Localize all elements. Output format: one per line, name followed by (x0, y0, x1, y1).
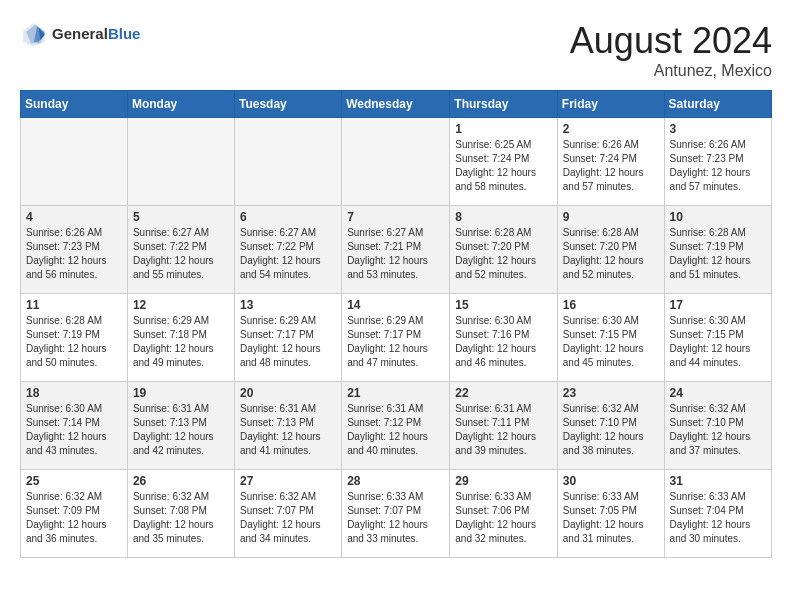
calendar-cell: 16Sunrise: 6:30 AM Sunset: 7:15 PM Dayli… (557, 294, 664, 382)
calendar-cell: 21Sunrise: 6:31 AM Sunset: 7:12 PM Dayli… (342, 382, 450, 470)
day-number: 10 (670, 210, 766, 224)
day-info: Sunrise: 6:33 AM Sunset: 7:05 PM Dayligh… (563, 490, 659, 546)
calendar-cell: 30Sunrise: 6:33 AM Sunset: 7:05 PM Dayli… (557, 470, 664, 558)
calendar-cell: 19Sunrise: 6:31 AM Sunset: 7:13 PM Dayli… (127, 382, 234, 470)
day-info: Sunrise: 6:33 AM Sunset: 7:07 PM Dayligh… (347, 490, 444, 546)
day-number: 23 (563, 386, 659, 400)
day-number: 26 (133, 474, 229, 488)
day-info: Sunrise: 6:31 AM Sunset: 7:13 PM Dayligh… (133, 402, 229, 458)
day-info: Sunrise: 6:27 AM Sunset: 7:21 PM Dayligh… (347, 226, 444, 282)
calendar-cell: 17Sunrise: 6:30 AM Sunset: 7:15 PM Dayli… (664, 294, 771, 382)
day-info: Sunrise: 6:31 AM Sunset: 7:13 PM Dayligh… (240, 402, 336, 458)
calendar-week-5: 25Sunrise: 6:32 AM Sunset: 7:09 PM Dayli… (21, 470, 772, 558)
day-number: 28 (347, 474, 444, 488)
calendar-cell: 22Sunrise: 6:31 AM Sunset: 7:11 PM Dayli… (450, 382, 558, 470)
calendar-cell: 6Sunrise: 6:27 AM Sunset: 7:22 PM Daylig… (234, 206, 341, 294)
day-number: 1 (455, 122, 552, 136)
day-info: Sunrise: 6:33 AM Sunset: 7:06 PM Dayligh… (455, 490, 552, 546)
col-header-sunday: Sunday (21, 91, 128, 118)
calendar-cell: 20Sunrise: 6:31 AM Sunset: 7:13 PM Dayli… (234, 382, 341, 470)
calendar-cell: 13Sunrise: 6:29 AM Sunset: 7:17 PM Dayli… (234, 294, 341, 382)
day-number: 13 (240, 298, 336, 312)
col-header-saturday: Saturday (664, 91, 771, 118)
calendar-cell: 11Sunrise: 6:28 AM Sunset: 7:19 PM Dayli… (21, 294, 128, 382)
day-number: 25 (26, 474, 122, 488)
day-number: 11 (26, 298, 122, 312)
day-number: 22 (455, 386, 552, 400)
day-info: Sunrise: 6:28 AM Sunset: 7:20 PM Dayligh… (455, 226, 552, 282)
logo: General Blue (20, 20, 140, 48)
calendar-week-4: 18Sunrise: 6:30 AM Sunset: 7:14 PM Dayli… (21, 382, 772, 470)
day-info: Sunrise: 6:29 AM Sunset: 7:17 PM Dayligh… (347, 314, 444, 370)
calendar-cell: 25Sunrise: 6:32 AM Sunset: 7:09 PM Dayli… (21, 470, 128, 558)
day-number: 4 (26, 210, 122, 224)
calendar-cell: 31Sunrise: 6:33 AM Sunset: 7:04 PM Dayli… (664, 470, 771, 558)
calendar-cell: 2Sunrise: 6:26 AM Sunset: 7:24 PM Daylig… (557, 118, 664, 206)
calendar-page: General Blue August 2024 Antunez, Mexico… (0, 0, 792, 568)
day-number: 7 (347, 210, 444, 224)
calendar-table: SundayMondayTuesdayWednesdayThursdayFrid… (20, 90, 772, 558)
calendar-cell: 23Sunrise: 6:32 AM Sunset: 7:10 PM Dayli… (557, 382, 664, 470)
day-info: Sunrise: 6:33 AM Sunset: 7:04 PM Dayligh… (670, 490, 766, 546)
day-info: Sunrise: 6:26 AM Sunset: 7:24 PM Dayligh… (563, 138, 659, 194)
calendar-cell: 4Sunrise: 6:26 AM Sunset: 7:23 PM Daylig… (21, 206, 128, 294)
calendar-cell (342, 118, 450, 206)
calendar-week-1: 1Sunrise: 6:25 AM Sunset: 7:24 PM Daylig… (21, 118, 772, 206)
calendar-cell: 8Sunrise: 6:28 AM Sunset: 7:20 PM Daylig… (450, 206, 558, 294)
day-number: 8 (455, 210, 552, 224)
logo-text-block: General Blue (52, 25, 140, 43)
day-info: Sunrise: 6:32 AM Sunset: 7:10 PM Dayligh… (670, 402, 766, 458)
logo-blue: Blue (108, 25, 141, 43)
calendar-cell: 9Sunrise: 6:28 AM Sunset: 7:20 PM Daylig… (557, 206, 664, 294)
day-number: 24 (670, 386, 766, 400)
day-number: 14 (347, 298, 444, 312)
col-header-friday: Friday (557, 91, 664, 118)
calendar-cell: 10Sunrise: 6:28 AM Sunset: 7:19 PM Dayli… (664, 206, 771, 294)
day-number: 2 (563, 122, 659, 136)
calendar-cell: 28Sunrise: 6:33 AM Sunset: 7:07 PM Dayli… (342, 470, 450, 558)
day-number: 18 (26, 386, 122, 400)
day-number: 5 (133, 210, 229, 224)
month-year: August 2024 (570, 20, 772, 62)
calendar-cell: 1Sunrise: 6:25 AM Sunset: 7:24 PM Daylig… (450, 118, 558, 206)
calendar-cell (234, 118, 341, 206)
logo-icon (20, 20, 48, 48)
calendar-cell: 24Sunrise: 6:32 AM Sunset: 7:10 PM Dayli… (664, 382, 771, 470)
calendar-cell: 12Sunrise: 6:29 AM Sunset: 7:18 PM Dayli… (127, 294, 234, 382)
day-number: 30 (563, 474, 659, 488)
calendar-cell (127, 118, 234, 206)
calendar-week-2: 4Sunrise: 6:26 AM Sunset: 7:23 PM Daylig… (21, 206, 772, 294)
day-info: Sunrise: 6:28 AM Sunset: 7:20 PM Dayligh… (563, 226, 659, 282)
col-header-wednesday: Wednesday (342, 91, 450, 118)
header: General Blue August 2024 Antunez, Mexico (20, 20, 772, 80)
calendar-cell: 27Sunrise: 6:32 AM Sunset: 7:07 PM Dayli… (234, 470, 341, 558)
calendar-cell: 29Sunrise: 6:33 AM Sunset: 7:06 PM Dayli… (450, 470, 558, 558)
calendar-cell: 7Sunrise: 6:27 AM Sunset: 7:21 PM Daylig… (342, 206, 450, 294)
calendar-cell: 15Sunrise: 6:30 AM Sunset: 7:16 PM Dayli… (450, 294, 558, 382)
day-number: 20 (240, 386, 336, 400)
day-number: 12 (133, 298, 229, 312)
calendar-cell: 3Sunrise: 6:26 AM Sunset: 7:23 PM Daylig… (664, 118, 771, 206)
calendar-cell: 18Sunrise: 6:30 AM Sunset: 7:14 PM Dayli… (21, 382, 128, 470)
day-info: Sunrise: 6:29 AM Sunset: 7:18 PM Dayligh… (133, 314, 229, 370)
day-info: Sunrise: 6:27 AM Sunset: 7:22 PM Dayligh… (133, 226, 229, 282)
day-number: 31 (670, 474, 766, 488)
day-number: 3 (670, 122, 766, 136)
day-number: 19 (133, 386, 229, 400)
col-header-monday: Monday (127, 91, 234, 118)
header-row: SundayMondayTuesdayWednesdayThursdayFrid… (21, 91, 772, 118)
day-info: Sunrise: 6:30 AM Sunset: 7:16 PM Dayligh… (455, 314, 552, 370)
day-info: Sunrise: 6:26 AM Sunset: 7:23 PM Dayligh… (670, 138, 766, 194)
day-info: Sunrise: 6:30 AM Sunset: 7:15 PM Dayligh… (563, 314, 659, 370)
col-header-tuesday: Tuesday (234, 91, 341, 118)
day-number: 29 (455, 474, 552, 488)
day-info: Sunrise: 6:29 AM Sunset: 7:17 PM Dayligh… (240, 314, 336, 370)
calendar-cell (21, 118, 128, 206)
day-info: Sunrise: 6:32 AM Sunset: 7:10 PM Dayligh… (563, 402, 659, 458)
day-info: Sunrise: 6:28 AM Sunset: 7:19 PM Dayligh… (26, 314, 122, 370)
calendar-cell: 14Sunrise: 6:29 AM Sunset: 7:17 PM Dayli… (342, 294, 450, 382)
day-info: Sunrise: 6:32 AM Sunset: 7:08 PM Dayligh… (133, 490, 229, 546)
day-number: 15 (455, 298, 552, 312)
logo-general: General (52, 25, 108, 43)
day-info: Sunrise: 6:27 AM Sunset: 7:22 PM Dayligh… (240, 226, 336, 282)
